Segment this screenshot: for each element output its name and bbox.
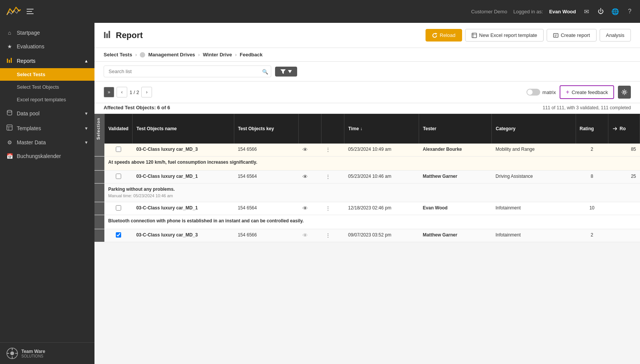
sidebar-label-buchungskalender: Buchungskalender <box>17 153 61 159</box>
create-feedback-label: Create feedback <box>572 89 608 95</box>
sidebar-nav: ⌂ Startpage ★ Evaluations Reports ▲ Sele… <box>0 23 94 342</box>
dots-icon[interactable]: ⋮ <box>325 232 331 238</box>
sidebar-item-startpage[interactable]: ⌂ Startpage <box>0 26 94 40</box>
mail-icon[interactable]: ✉ <box>582 7 590 16</box>
row-menu-cell[interactable]: ⋮ <box>322 202 344 215</box>
row-time: 05/23/2024 10:46 am <box>344 170 419 183</box>
filter-button[interactable] <box>275 67 297 77</box>
row-check-cell[interactable] <box>104 229 133 242</box>
row-key: 154 6564 <box>234 202 299 215</box>
dots-icon[interactable]: ⋮ <box>325 147 331 153</box>
globe-icon[interactable]: 🌐 <box>611 7 619 16</box>
table-body: 03-C-Class luxury car_MD_3 154 6566 👁 ⋮ … <box>94 144 640 242</box>
sidebar-item-buchungskalender[interactable]: 📅 Buchungskalender <box>0 149 94 163</box>
reports-expand-arrow: ▲ <box>84 59 88 63</box>
search-icon[interactable]: 🔍 <box>262 69 268 74</box>
svg-marker-19 <box>435 33 437 35</box>
sidebar-item-templates[interactable]: Templates ▼ <box>0 121 94 136</box>
next-page-button[interactable]: › <box>141 87 152 97</box>
logo[interactable] <box>6 6 21 17</box>
sidebar-sub-label-select-tests: Select Tests <box>17 72 45 77</box>
feedback-row-selection <box>94 156 104 170</box>
row-eye-cell[interactable]: 👁 <box>299 229 322 242</box>
logo-text: Team Ware <box>21 349 45 354</box>
sidebar-item-master-data[interactable]: ⚙ Master Data ▼ <box>0 136 94 149</box>
row-checkbox[interactable] <box>116 205 121 211</box>
matrix-toggle-switch[interactable] <box>526 89 540 96</box>
dots-icon[interactable]: ⋮ <box>325 205 331 211</box>
row-menu-cell[interactable]: ⋮ <box>322 170 344 183</box>
expand-button[interactable]: » <box>104 87 114 97</box>
row-key: 154 6566 <box>234 229 299 242</box>
settings-button[interactable] <box>618 86 631 99</box>
search-input[interactable] <box>104 65 271 77</box>
row-menu-cell[interactable]: ⋮ <box>322 229 344 242</box>
row-checkbox[interactable] <box>116 174 121 179</box>
plus-icon: + <box>566 89 569 96</box>
sidebar-item-evaluations[interactable]: ★ Evaluations <box>0 40 94 53</box>
row-rating: 2 <box>576 144 608 156</box>
row-check-cell[interactable] <box>104 144 133 156</box>
row-eye-cell[interactable]: 👁 <box>299 202 322 215</box>
svg-rect-1 <box>27 11 32 12</box>
sidebar-item-reports[interactable]: Reports ▲ <box>0 53 94 68</box>
chevron-down-icon <box>288 70 292 73</box>
prev-page-button[interactable]: ‹ <box>117 87 127 97</box>
reload-button[interactable]: Reload <box>426 29 462 42</box>
feedback-text: Parking without any problems. <box>108 185 636 193</box>
analysis-label: Analysis <box>606 32 624 38</box>
row-checkbox[interactable] <box>116 232 121 238</box>
breadcrumb-winter-drive[interactable]: Winter Drive <box>203 52 232 57</box>
create-report-button[interactable]: Create report <box>547 29 597 42</box>
breadcrumb-select-tests[interactable]: Select Tests <box>104 52 132 57</box>
row-check-cell[interactable] <box>104 170 133 183</box>
row-tester: Alexander Bourke <box>419 144 492 156</box>
new-excel-button[interactable]: New Excel report template <box>465 29 544 42</box>
star-icon: ★ <box>6 43 13 49</box>
create-feedback-button[interactable]: + Create feedback <box>560 85 614 99</box>
row-tester: Evan Wood <box>419 202 492 215</box>
pagination: » ‹ 1 / 2 › <box>104 87 152 97</box>
svg-rect-18 <box>109 31 110 38</box>
table-feedback-row: Bluetooth connection with phone is estab… <box>94 215 640 229</box>
filter-icon <box>280 69 286 74</box>
row-key: 154 6564 <box>234 170 299 183</box>
sidebar-sub-item-select-tests[interactable]: Select Tests <box>0 68 94 81</box>
th-rating: Rating <box>576 114 608 144</box>
sidebar-sub-reports: Select Tests Select Test Objects Excel r… <box>0 68 94 106</box>
row-checkbox[interactable] <box>116 147 121 152</box>
analysis-button[interactable]: Analysis <box>600 29 631 42</box>
dots-icon[interactable]: ⋮ <box>325 174 331 180</box>
row-menu-cell[interactable]: ⋮ <box>322 144 344 156</box>
sidebar-sub-label-excel-report-templates: Excel report templates <box>17 97 66 102</box>
eye-icon[interactable]: 👁 <box>302 205 308 211</box>
row-ro <box>608 202 640 215</box>
create-report-label: Create report <box>561 32 590 38</box>
menu-collapse-icon[interactable] <box>26 7 34 16</box>
svg-rect-20 <box>472 33 477 38</box>
breadcrumb-sep-1: › <box>135 52 137 57</box>
page-info: 1 / 2 <box>130 89 139 95</box>
sidebar-sub-item-select-test-objects[interactable]: Select Test Objects <box>0 81 94 93</box>
row-check-cell[interactable] <box>104 202 133 215</box>
master-data-expand-arrow: ▼ <box>84 140 88 145</box>
row-eye-cell[interactable]: 👁 <box>299 144 322 156</box>
breadcrumb-management-drives[interactable]: Management Drives <box>148 52 195 57</box>
sidebar-label-master-data: Master Data <box>17 139 46 145</box>
logout-icon[interactable]: ⏻ <box>597 7 605 16</box>
matrix-label: matrix <box>542 89 556 95</box>
row-eye-cell[interactable]: 👁 <box>299 170 322 183</box>
breadcrumb-feedback[interactable]: Feedback <box>240 52 262 57</box>
sidebar-item-data-pool[interactable]: Data pool ▼ <box>0 106 94 121</box>
sidebar: ⌂ Startpage ★ Evaluations Reports ▲ Sele… <box>0 23 94 364</box>
table-controls: » ‹ 1 / 2 › matrix + Create feedback <box>94 81 640 103</box>
search-bar: 🔍 <box>94 62 640 81</box>
sidebar-sub-item-excel-report-templates[interactable]: Excel report templates <box>0 93 94 106</box>
help-icon[interactable]: ? <box>626 7 634 16</box>
selection-label: Selection <box>94 114 104 144</box>
row-tester: Matthew Garner <box>419 170 492 183</box>
eye-icon[interactable]: 👁 <box>302 232 308 238</box>
eye-icon[interactable]: 👁 <box>302 174 308 180</box>
eye-icon[interactable]: 👁 <box>302 147 308 153</box>
th-menu <box>322 114 344 144</box>
